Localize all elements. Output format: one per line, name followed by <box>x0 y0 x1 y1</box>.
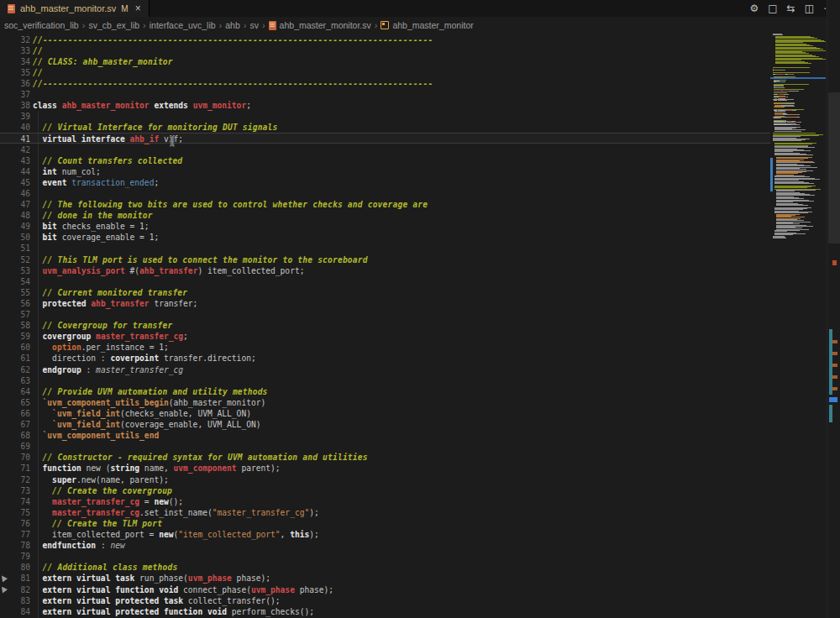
line-number[interactable]: 82 <box>0 584 30 595</box>
code-line-52[interactable]: 52 // This TLM port is used to connect t… <box>0 254 770 265</box>
code-line-75[interactable]: 75 master_transfer_cg.set_inst_name("mas… <box>0 507 770 518</box>
code-line-77[interactable]: 77 item_collected_port = new("item_colle… <box>0 529 770 540</box>
line-number[interactable]: 36 <box>0 78 30 89</box>
code-line-80[interactable]: 80 // Additional class methods <box>0 562 770 573</box>
line-number[interactable]: 83 <box>0 595 30 606</box>
code-line-64[interactable]: 64 // Provide UVM automation and utility… <box>0 386 770 397</box>
line-number[interactable]: 67 <box>0 419 30 430</box>
code-line-47[interactable]: 47 // The following two bits are used to… <box>0 199 770 210</box>
line-number[interactable]: 58 <box>0 320 30 331</box>
line-number[interactable]: 35 <box>0 67 30 78</box>
code-line-36[interactable]: 36//------------------------------------… <box>0 78 770 89</box>
scrollbar-slider[interactable] <box>828 92 840 244</box>
code-line-54[interactable]: 54 <box>0 276 770 287</box>
code-line-56[interactable]: 56 protected ahb_transfer transfer; <box>0 298 770 309</box>
code-line-71[interactable]: 71 function new (string name, uvm_compon… <box>0 463 770 474</box>
line-number[interactable]: 32 <box>0 34 30 45</box>
code-line-42[interactable]: 42 <box>0 144 770 155</box>
line-number[interactable]: 49 <box>0 221 30 232</box>
code-line-60[interactable]: 60 option.per_instance = 1; <box>0 342 770 353</box>
code-line-51[interactable]: 51 <box>0 243 770 254</box>
code-line-37[interactable]: 37 <box>0 89 770 100</box>
line-number[interactable]: 34 <box>0 56 30 67</box>
line-number[interactable]: 63 <box>0 375 30 386</box>
line-number[interactable]: 55 <box>0 287 30 298</box>
code-line-83[interactable]: 83 extern virtual protected task collect… <box>0 595 770 606</box>
code-line-49[interactable]: 49 bit checks_enable = 1; <box>0 221 770 232</box>
code-line-53[interactable]: 53 uvm_analysis_port #(ahb_transfer) ite… <box>0 265 770 276</box>
line-number[interactable]: 54 <box>0 276 30 287</box>
line-number[interactable]: 44 <box>0 166 30 177</box>
line-number[interactable]: 53 <box>0 265 30 276</box>
line-number[interactable]: 56 <box>0 298 30 309</box>
open-changes-icon[interactable]: ⇆ <box>787 3 795 13</box>
line-number[interactable]: 84 <box>0 606 30 617</box>
code-line-61[interactable]: 61 direction : coverpoint transfer.direc… <box>0 353 770 364</box>
line-number[interactable]: 60 <box>0 342 30 353</box>
line-number[interactable]: 75 <box>0 507 30 518</box>
line-number[interactable]: 65 <box>0 397 30 408</box>
code-line-81[interactable]: 81 extern virtual task run_phase(uvm_pha… <box>0 573 770 584</box>
line-number[interactable]: 68 <box>0 430 30 441</box>
code-line-40[interactable]: 40 // Virtual Interface for monitoring D… <box>0 122 770 133</box>
code-line-39[interactable]: 39 <box>0 111 770 122</box>
line-number[interactable]: 48 <box>0 210 30 221</box>
scrollbar-overview-ruler[interactable] <box>827 0 840 618</box>
code-line-65[interactable]: 65 `uvm_component_utils_begin(ahb_master… <box>0 397 770 408</box>
code-line-63[interactable]: 63 <box>0 375 770 386</box>
code-line-48[interactable]: 48 // done in the monitor <box>0 210 770 221</box>
code-line-55[interactable]: 55 // Current monitored transfer <box>0 287 770 298</box>
line-number[interactable]: 64 <box>0 386 30 397</box>
code-line-43[interactable]: 43 // Count transfers collected <box>0 155 770 166</box>
line-number[interactable]: 74 <box>0 496 30 507</box>
line-number[interactable]: 59 <box>0 331 30 342</box>
line-number[interactable]: 66 <box>0 408 30 419</box>
line-number[interactable]: 46 <box>0 188 30 199</box>
line-number[interactable]: 39 <box>0 111 30 122</box>
line-number[interactable]: 47 <box>0 199 30 210</box>
code-line-33[interactable]: 33// <box>0 45 770 56</box>
code-editor[interactable]: 32//------------------------------------… <box>0 0 770 618</box>
line-number[interactable]: 78 <box>0 540 30 551</box>
line-number[interactable]: 62 <box>0 364 30 375</box>
code-line-67[interactable]: 67 `uvm_field_int(coverage_enable, UVM_A… <box>0 419 770 430</box>
code-line-32[interactable]: 32//------------------------------------… <box>0 34 770 45</box>
code-line-41[interactable]: 41 virtual interface ahb_if vif; <box>0 133 770 144</box>
line-number[interactable]: 40 <box>0 122 30 133</box>
code-line-82[interactable]: 82 extern virtual function void connect_… <box>0 584 770 595</box>
line-number[interactable]: 45 <box>0 177 30 188</box>
code-line-38[interactable]: 38class ahb_master_monitor extends uvm_m… <box>0 100 770 111</box>
code-line-50[interactable]: 50 bit coverage_enable = 1; <box>0 232 770 243</box>
code-line-74[interactable]: 74 master_transfer_cg = new(); <box>0 496 770 507</box>
line-number[interactable]: 80 <box>0 562 30 573</box>
line-number[interactable]: 72 <box>0 474 30 485</box>
code-line-78[interactable]: 78 endfunction : new <box>0 540 770 551</box>
code-line-68[interactable]: 68 `uvm_component_utils_end <box>0 430 770 441</box>
line-number[interactable]: 73 <box>0 485 30 496</box>
code-line-66[interactable]: 66 `uvm_field_int(checks_enable, UVM_ALL… <box>0 408 770 419</box>
line-number[interactable]: 71 <box>0 463 30 474</box>
split-editor-icon[interactable]: ◫ <box>805 3 814 13</box>
code-line-35[interactable]: 35// <box>0 67 770 78</box>
code-line-73[interactable]: 73 // Create the covergroup <box>0 485 770 496</box>
code-line-84[interactable]: 84 extern virtual protected function voi… <box>0 606 770 617</box>
line-number[interactable]: 70 <box>0 452 30 463</box>
code-line-46[interactable]: 46 <box>0 188 770 199</box>
line-number[interactable]: 38 <box>0 100 30 111</box>
code-line-59[interactable]: 59 covergroup master_transfer_cg; <box>0 331 770 342</box>
line-number[interactable]: 76 <box>0 518 30 529</box>
line-number[interactable]: 52 <box>0 254 30 265</box>
code-line-45[interactable]: 45 event transaction_ended; <box>0 177 770 188</box>
code-line-72[interactable]: 72 super.new(name, parent); <box>0 474 770 485</box>
code-line-34[interactable]: 34// CLASS: ahb_master_monitor <box>0 56 770 67</box>
line-number[interactable]: 37 <box>0 89 30 100</box>
line-number[interactable]: 50 <box>0 232 30 243</box>
line-number[interactable]: 51 <box>0 243 30 254</box>
code-line-69[interactable]: 69 <box>0 441 770 452</box>
line-number[interactable]: 69 <box>0 441 30 452</box>
code-line-79[interactable]: 79 <box>0 551 770 562</box>
line-number[interactable]: 61 <box>0 353 30 364</box>
code-line-70[interactable]: 70 // Constructor - required syntax for … <box>0 452 770 463</box>
code-line-44[interactable]: 44 int num_col; <box>0 166 770 177</box>
code-line-57[interactable]: 57 <box>0 309 770 320</box>
